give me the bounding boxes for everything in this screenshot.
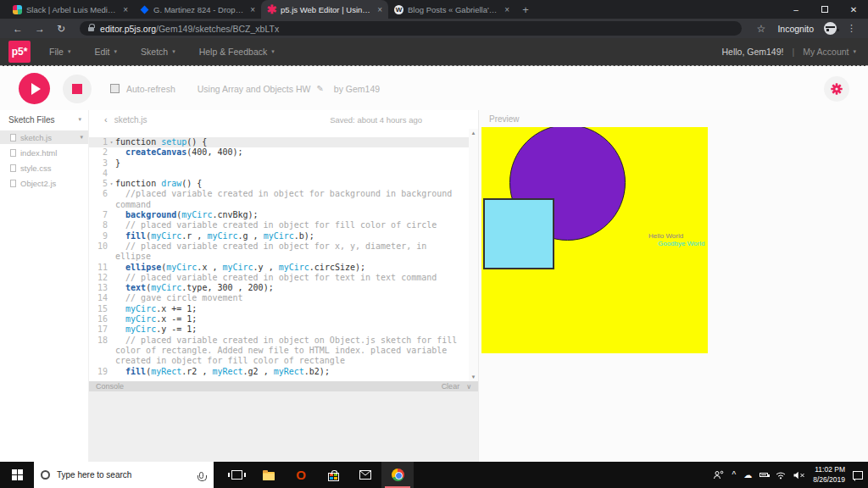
people-icon[interactable] — [713, 470, 724, 480]
new-tab-button[interactable]: + — [515, 0, 536, 19]
code-line[interactable]: 12 // placed variable created in object … — [89, 273, 478, 283]
bookmark-star-icon[interactable]: ☆ — [757, 23, 766, 35]
start-button[interactable] — [0, 462, 34, 488]
action-center-icon[interactable] — [853, 471, 863, 480]
menu-label: Help & Feedback — [199, 47, 268, 57]
code-line[interactable]: 4 — [89, 169, 478, 179]
file-icon — [10, 164, 16, 172]
code-line[interactable]: 7 background(myCirc.cnvBkg); — [89, 210, 478, 220]
system-tray: ^ ☁ 11:02 PM 8/26/2019 — [713, 465, 863, 484]
edit-title-icon[interactable]: ✎ — [316, 84, 323, 93]
url-field[interactable]: editor.p5js.org/Gem149/sketches/BCZ_xbLT… — [80, 21, 742, 36]
p5-logo[interactable]: p5* — [8, 41, 31, 63]
code-line[interactable]: 3} — [89, 158, 478, 169]
clock-date: 8/26/2019 — [813, 475, 845, 485]
microphone-icon[interactable] — [199, 472, 203, 479]
my-account-menu[interactable]: My Account ▾ — [803, 47, 856, 57]
back-button[interactable]: ← — [13, 23, 23, 35]
code-editor[interactable]: 1▾function setup() {2 createCanvas(400, … — [89, 129, 478, 381]
file-item-style-css[interactable]: style.css — [0, 161, 88, 175]
chrome-button[interactable] — [381, 462, 414, 488]
console-collapse-icon[interactable]: ∨ — [466, 383, 471, 391]
browser-menu-icon[interactable]: ⋮ — [847, 23, 856, 34]
file-item-index-html[interactable]: index.html — [0, 146, 88, 159]
store-button[interactable] — [317, 462, 349, 488]
close-window-button[interactable]: ✕ — [839, 0, 868, 19]
tab-close-icon[interactable]: × — [250, 5, 255, 14]
file-icon — [10, 149, 16, 157]
code-line[interactable]: 13 text(myCirc.type, 300 , 200); — [89, 283, 478, 293]
reload-button[interactable]: ↻ — [57, 23, 65, 35]
tab-title: G. Martinez 824 - Dropbox — [153, 5, 246, 14]
onedrive-icon[interactable]: ☁ — [743, 470, 752, 480]
tab-close-icon[interactable]: × — [504, 5, 509, 14]
volume-muted-icon[interactable] — [793, 471, 805, 480]
tab-close-icon[interactable]: × — [123, 5, 128, 14]
menu-sketch[interactable]: Sketch▾ — [141, 47, 175, 57]
file-name: sketch.js — [20, 133, 75, 142]
taskbar-clock[interactable]: 11:02 PM 8/26/2019 — [813, 465, 845, 484]
play-button[interactable] — [19, 73, 50, 104]
forward-button[interactable]: → — [35, 23, 45, 35]
fold-spacer — [108, 293, 115, 303]
code-line[interactable]: 17 myCirc.y -= 1; — [89, 324, 478, 335]
tray-expand-icon[interactable]: ^ — [732, 470, 736, 480]
dropbox-icon — [140, 5, 149, 14]
fold-arrow-icon[interactable]: ▾ — [108, 137, 115, 147]
line-number: 19 — [89, 367, 108, 377]
code-line[interactable]: 19 fill(myRect.r2 , myRect.g2 , myRect.b… — [89, 367, 478, 377]
menu-edit[interactable]: Edit▾ — [94, 47, 117, 57]
editor-scrollbar[interactable]: ▲ ▼ — [469, 129, 478, 381]
code-line[interactable]: 6 //placed variable created in object fo… — [89, 189, 478, 210]
code-line[interactable]: 10 // placed variable created in object … — [89, 241, 478, 263]
scroll-down-icon[interactable]: ▼ — [471, 373, 476, 381]
chevron-down-icon[interactable]: ▾ — [80, 134, 83, 141]
file-item-Object2-js[interactable]: Object2.js — [0, 176, 88, 190]
menu-help-feedback[interactable]: Help & Feedback▾ — [199, 47, 275, 57]
auto-refresh-checkbox[interactable] — [110, 84, 120, 93]
file-explorer-button[interactable] — [253, 462, 285, 488]
battery-icon[interactable] — [760, 473, 768, 477]
code-line[interactable]: 15 myCirc.x += 1; — [89, 304, 478, 314]
browser-tab[interactable]: WBlog Posts « Gabriella's Technolo× — [388, 0, 515, 19]
store-icon — [328, 473, 339, 481]
stop-button[interactable] — [63, 75, 92, 103]
code-line[interactable]: 2 createCanvas(400, 400); — [89, 147, 478, 158]
sketch-files-header[interactable]: Sketch Files ▾ — [0, 110, 88, 129]
scroll-up-icon[interactable]: ▲ — [471, 129, 476, 137]
code-line[interactable]: 1▾function setup() { — [89, 137, 478, 147]
code-line[interactable]: 16 myCirc.x -= 1; — [89, 314, 478, 324]
code-line[interactable]: 18 // placed variable created in object … — [89, 336, 478, 367]
code-line[interactable]: 9 fill(myCirc.r , myCirc.g , myCirc.b); — [89, 231, 478, 241]
tab-close-icon[interactable]: × — [377, 5, 382, 14]
chevron-down-icon: ▾ — [114, 48, 118, 55]
task-view-button[interactable] — [220, 462, 253, 488]
fold-arrow-icon[interactable]: ▾ — [108, 179, 115, 189]
mail-button[interactable] — [349, 462, 381, 488]
browser-tab[interactable]: ✱p5.js Web Editor | Using Array an× — [261, 0, 388, 19]
menu-file[interactable]: File▾ — [49, 47, 70, 57]
office-button[interactable]: O — [285, 462, 317, 488]
code-line[interactable]: 14 // gave circle movement — [89, 293, 478, 303]
menu-label: Sketch — [141, 47, 168, 57]
browser-tab[interactable]: G. Martinez 824 - Dropbox× — [134, 0, 261, 19]
console-clear-button[interactable]: Clear — [442, 382, 460, 391]
fold-spacer — [108, 220, 115, 230]
editor-file-tab[interactable]: sketch.js — [114, 115, 147, 125]
browser-tab[interactable]: Slack | Arbel Luis Medina | Tech I× — [7, 0, 134, 19]
taskbar-search[interactable]: Type here to search — [34, 462, 214, 488]
code-line[interactable]: 8 // placed variable created in object f… — [89, 220, 478, 230]
minimize-button[interactable]: – — [782, 0, 810, 19]
windows-logo-icon — [12, 469, 23, 480]
code-line[interactable]: 11 ellipse(myCirc.x , myCirc.y , myCirc.… — [89, 263, 478, 273]
code-line[interactable]: 5▾function draw() { — [89, 179, 478, 189]
wifi-icon[interactable] — [776, 471, 786, 480]
chevron-left-icon[interactable]: ‹ — [104, 114, 108, 125]
code-text: myCirc.y -= 1; — [115, 324, 466, 335]
file-item-sketch-js[interactable]: sketch.js▾ — [0, 130, 88, 144]
settings-button[interactable] — [824, 76, 849, 102]
file-name: Object2.js — [20, 179, 83, 188]
maximize-button[interactable] — [810, 0, 839, 19]
line-number: 5 — [89, 179, 108, 189]
file-icon — [10, 180, 16, 187]
